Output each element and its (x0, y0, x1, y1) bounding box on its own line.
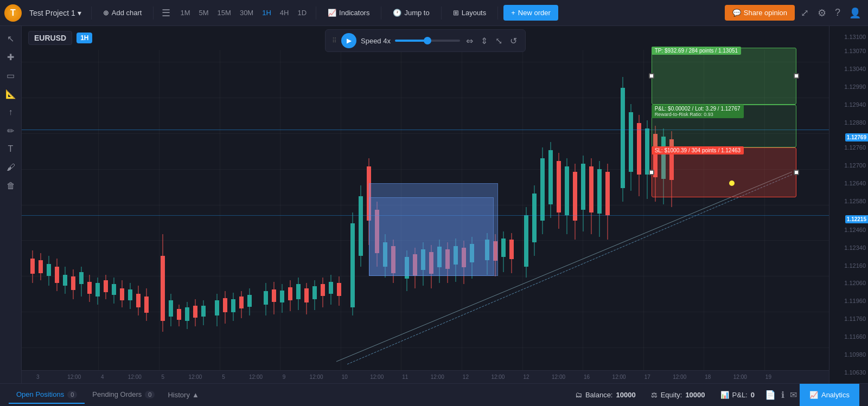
x-label: 12:00 (249, 374, 263, 380)
speed-slider[interactable] (395, 40, 460, 42)
delete-tool[interactable]: 🗑 (3, 178, 19, 194)
price-tick: 1.12580 (844, 198, 866, 204)
svg-rect-14 (79, 272, 84, 284)
share-opinion-button[interactable]: 💬 Share opinion (725, 5, 795, 21)
both-cross-btn[interactable]: ⤡ (494, 34, 504, 48)
price-tick: 1.12760 (844, 144, 866, 151)
jump-to-button[interactable]: 🕐 Jump to (387, 5, 435, 20)
main-area: ↖ ✚ ▭ 📐 ↑ ✏ T 🖌 🗑 (0, 26, 868, 383)
price-tick: 1.13070 (844, 48, 866, 54)
x-label: 11 (402, 374, 408, 380)
sl-anchor-left (649, 170, 654, 175)
tf-4h[interactable]: 4H (276, 7, 293, 19)
svg-rect-56 (272, 289, 276, 302)
project-name: Test Project 1 (29, 9, 75, 17)
price-tick: 1.13100 (844, 34, 866, 40)
candle-type-button[interactable]: ☰ (159, 4, 173, 22)
svg-rect-20 (104, 280, 108, 292)
svg-rect-12 (71, 276, 75, 290)
chart-icon: 📊 (720, 391, 729, 399)
drag-handle[interactable]: ⠿ (332, 37, 337, 44)
tab-open-positions[interactable]: Open Positions 0 (9, 386, 85, 404)
grid-line (22, 312, 829, 312)
tf-5m[interactable]: 5M (195, 7, 213, 19)
download-report-button[interactable]: 📄 (762, 387, 778, 403)
tp-box (652, 48, 797, 105)
svg-rect-6 (47, 264, 51, 276)
plus-icon: ⊕ (103, 9, 109, 17)
arrow-tool[interactable]: ↑ (3, 104, 19, 120)
drawings-tool[interactable]: ✏ (3, 123, 19, 139)
grid-line-v (220, 50, 220, 383)
tf-15m[interactable]: 15M (214, 7, 235, 19)
price-tick: 1.12640 (844, 180, 866, 186)
layouts-button[interactable]: ⊞ Layouts (447, 5, 493, 20)
tab-history[interactable]: History ▲ (162, 391, 204, 399)
x-label: 12:00 (733, 374, 747, 380)
analytics-button[interactable]: 📈 Analytics (800, 384, 859, 407)
price-tick: 1.12160 (844, 262, 866, 269)
svg-rect-32 (161, 256, 165, 321)
x-label: 9 (283, 374, 286, 380)
indicators-button[interactable]: 📈 Indicators (322, 5, 375, 20)
svg-rect-24 (120, 288, 124, 300)
x-label: 12:00 (612, 374, 626, 380)
info-button[interactable]: ℹ (778, 387, 787, 403)
cursor-tool[interactable]: ↖ (3, 30, 19, 47)
price-tick: 1.12340 (844, 244, 866, 251)
grid-line (22, 276, 829, 276)
divider5 (441, 7, 442, 20)
crosshair-tool[interactable]: ✚ (3, 49, 19, 65)
x-label: 12:00 (310, 374, 323, 380)
x-label: 12:00 (188, 374, 202, 380)
add-chart-button[interactable]: ⊕ Add chart (97, 5, 148, 20)
open-positions-count: 0 (67, 391, 77, 398)
pnl-value: 0 (751, 391, 755, 399)
refresh-btn[interactable]: ↺ (508, 34, 519, 48)
chart-area[interactable]: TP: $932.69 / 284 points / 1.13051 P&L: … (22, 26, 829, 383)
share-icon: 💬 (732, 9, 741, 17)
fullscreen-button[interactable]: ⤢ (798, 4, 812, 22)
indicators-icon: 📈 (328, 9, 336, 17)
settings-button[interactable]: ⚙ (815, 4, 829, 22)
svg-rect-22 (112, 284, 116, 295)
pnl-label: P&L: $0.00002 / Lot: 3.29 / 1.12767 Rewa… (652, 105, 744, 118)
svg-rect-42 (201, 306, 206, 317)
line-tool[interactable]: 📐 (3, 86, 19, 102)
svg-rect-138 (637, 123, 641, 175)
tf-30m[interactable]: 30M (236, 7, 257, 19)
new-order-button[interactable]: + New order (503, 5, 558, 21)
message-button[interactable]: ✉ (787, 387, 800, 403)
tf-1m[interactable]: 1M (176, 7, 194, 19)
vertical-cross-btn[interactable]: ⇕ (479, 34, 489, 48)
divider6 (497, 7, 498, 20)
help-button[interactable]: ? (832, 4, 843, 21)
analytics-icon: 📈 (809, 391, 818, 399)
svg-rect-34 (169, 300, 173, 317)
svg-rect-36 (177, 309, 181, 320)
left-toolbar: ↖ ✚ ▭ 📐 ↑ ✏ T 🖌 🗑 (0, 26, 22, 383)
project-selector[interactable]: Test Project 1 ▾ (25, 7, 86, 20)
account-button[interactable]: 👤 (846, 4, 864, 22)
svg-rect-66 (312, 286, 317, 299)
clock-icon: 🕐 (393, 9, 401, 17)
wallet-icon: 🗂 (575, 391, 582, 399)
svg-rect-134 (621, 88, 625, 188)
cross-hair-btn[interactable]: ⇔ (464, 34, 475, 48)
top-toolbar: T Test Project 1 ▾ ⊕ Add chart ☰ 1M 5M 1… (0, 0, 868, 26)
x-label: 16 (584, 374, 590, 380)
tf-1h[interactable]: 1H (258, 7, 275, 19)
svg-rect-140 (645, 128, 649, 175)
sl-label: SL: $1000.39 / 304 points / 1.12463 (652, 146, 744, 154)
divider (91, 7, 92, 20)
svg-rect-46 (223, 298, 227, 312)
x-label: 12 (523, 374, 529, 380)
grid-line-v (522, 50, 523, 383)
sl-anchor-right (794, 170, 799, 175)
text-tool[interactable]: T (3, 141, 19, 157)
tab-pending-orders[interactable]: Pending Orders 0 (85, 386, 162, 404)
play-button[interactable]: ▶ (341, 33, 356, 48)
rectangle-tool[interactable]: ▭ (3, 67, 19, 83)
tf-1d[interactable]: 1D (293, 7, 310, 19)
brush-tool[interactable]: 🖌 (3, 159, 19, 176)
